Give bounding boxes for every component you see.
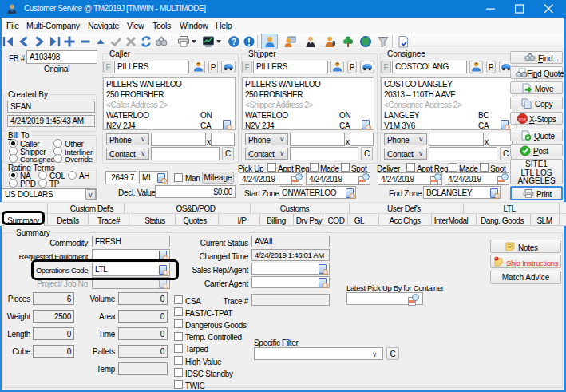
svg-text:?: ? [232, 38, 236, 46]
svg-text:STOP: STOP [519, 118, 527, 121]
